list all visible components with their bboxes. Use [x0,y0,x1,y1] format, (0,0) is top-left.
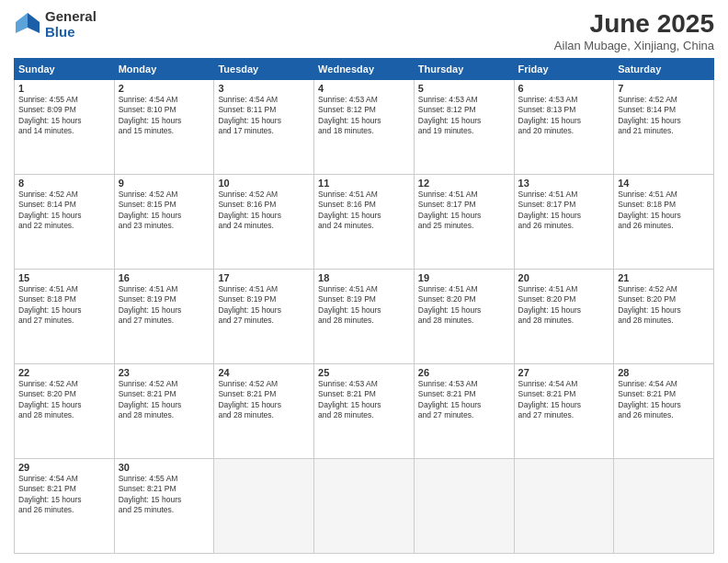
cell-info: Sunrise: 4:51 AMSunset: 8:18 PMDaylight:… [618,190,710,232]
day-cell-2: 2Sunrise: 4:54 AMSunset: 8:10 PMDaylight… [114,80,214,175]
header-thursday: Thursday [414,59,514,80]
day-cell-27: 27Sunrise: 4:54 AMSunset: 8:21 PMDayligh… [514,364,614,459]
day-cell-15: 15Sunrise: 4:51 AMSunset: 8:18 PMDayligh… [15,270,115,364]
logo-icon [14,11,41,39]
day-number: 15 [18,272,110,283]
day-cell-11: 11Sunrise: 4:51 AMSunset: 8:16 PMDayligh… [314,175,415,270]
calendar-table: Sunday Monday Tuesday Wednesday Thursday… [14,58,714,554]
day-cell-18: 18Sunrise: 4:51 AMSunset: 8:19 PMDayligh… [314,270,415,364]
cell-info: Sunrise: 4:52 AMSunset: 8:20 PMDaylight:… [618,284,710,327]
day-cell-4: 4Sunrise: 4:53 AMSunset: 8:12 PMDaylight… [314,80,415,175]
cell-info: Sunrise: 4:51 AMSunset: 8:17 PMDaylight:… [418,190,510,232]
empty-cell [614,459,714,554]
days-header-row: Sunday Monday Tuesday Wednesday Thursday… [15,59,714,80]
cell-info: Sunrise: 4:54 AMSunset: 8:21 PMDaylight:… [18,474,110,516]
header-sunday: Sunday [15,59,115,80]
cell-info: Sunrise: 4:51 AMSunset: 8:19 PMDaylight:… [318,284,410,327]
day-number: 30 [119,462,210,473]
cell-info: Sunrise: 4:51 AMSunset: 8:19 PMDaylight:… [218,284,310,327]
day-cell-12: 12Sunrise: 4:51 AMSunset: 8:17 PMDayligh… [414,175,514,270]
header-saturday: Saturday [614,59,714,80]
day-cell-1: 1Sunrise: 4:55 AMSunset: 8:09 PMDaylight… [15,80,115,175]
logo: General Blue [14,9,97,40]
day-number: 22 [18,367,110,378]
day-number: 5 [418,83,510,94]
cell-info: Sunrise: 4:55 AMSunset: 8:21 PMDaylight:… [119,474,210,516]
day-number: 3 [218,83,310,94]
cell-info: Sunrise: 4:53 AMSunset: 8:12 PMDaylight:… [318,95,410,137]
day-number: 6 [518,83,610,94]
cell-info: Sunrise: 4:53 AMSunset: 8:13 PMDaylight:… [518,95,610,137]
logo-general: General [45,9,97,25]
day-number: 18 [318,272,410,283]
day-cell-13: 13Sunrise: 4:51 AMSunset: 8:17 PMDayligh… [514,175,614,270]
day-cell-24: 24Sunrise: 4:52 AMSunset: 8:21 PMDayligh… [214,364,314,459]
day-cell-8: 8Sunrise: 4:52 AMSunset: 8:14 PMDaylight… [15,175,115,270]
calendar-week-row: 29Sunrise: 4:54 AMSunset: 8:21 PMDayligh… [15,459,714,554]
empty-cell [514,459,614,554]
day-number: 4 [318,83,410,94]
day-cell-29: 29Sunrise: 4:54 AMSunset: 8:21 PMDayligh… [15,459,115,554]
header-wednesday: Wednesday [314,59,415,80]
day-number: 10 [218,178,310,189]
header-friday: Friday [514,59,614,80]
cell-info: Sunrise: 4:52 AMSunset: 8:14 PMDaylight:… [18,190,110,232]
day-number: 1 [18,83,110,94]
cell-info: Sunrise: 4:51 AMSunset: 8:18 PMDaylight:… [18,284,110,327]
day-number: 20 [518,272,610,283]
cell-info: Sunrise: 4:55 AMSunset: 8:09 PMDaylight:… [18,95,110,137]
cell-info: Sunrise: 4:51 AMSunset: 8:20 PMDaylight:… [518,284,610,327]
cell-info: Sunrise: 4:52 AMSunset: 8:21 PMDaylight:… [218,379,310,421]
cell-info: Sunrise: 4:54 AMSunset: 8:21 PMDaylight:… [618,379,710,421]
day-number: 9 [119,178,210,189]
cell-info: Sunrise: 4:54 AMSunset: 8:11 PMDaylight:… [218,95,310,137]
day-cell-23: 23Sunrise: 4:52 AMSunset: 8:21 PMDayligh… [114,364,214,459]
day-number: 2 [119,83,210,94]
day-cell-22: 22Sunrise: 4:52 AMSunset: 8:20 PMDayligh… [15,364,115,459]
day-number: 17 [218,272,310,283]
empty-cell [414,459,514,554]
location-subtitle: Ailan Mubage, Xinjiang, China [554,39,714,52]
day-number: 26 [418,367,510,378]
calendar-week-row: 15Sunrise: 4:51 AMSunset: 8:18 PMDayligh… [15,270,714,364]
cell-info: Sunrise: 4:52 AMSunset: 8:21 PMDaylight:… [119,379,210,421]
calendar-week-row: 8Sunrise: 4:52 AMSunset: 8:14 PMDaylight… [15,175,714,270]
header-monday: Monday [114,59,214,80]
cell-info: Sunrise: 4:51 AMSunset: 8:20 PMDaylight:… [418,284,510,327]
day-cell-14: 14Sunrise: 4:51 AMSunset: 8:18 PMDayligh… [614,175,714,270]
day-number: 25 [318,367,410,378]
cell-info: Sunrise: 4:53 AMSunset: 8:12 PMDaylight:… [418,95,510,137]
cell-info: Sunrise: 4:54 AMSunset: 8:10 PMDaylight:… [119,95,210,137]
cell-info: Sunrise: 4:53 AMSunset: 8:21 PMDaylight:… [418,379,510,421]
day-cell-5: 5Sunrise: 4:53 AMSunset: 8:12 PMDaylight… [414,80,514,175]
cell-info: Sunrise: 4:52 AMSunset: 8:16 PMDaylight:… [218,190,310,232]
logo-text: General Blue [45,9,97,40]
header-tuesday: Tuesday [214,59,314,80]
day-cell-7: 7Sunrise: 4:52 AMSunset: 8:14 PMDaylight… [614,80,714,175]
day-cell-20: 20Sunrise: 4:51 AMSunset: 8:20 PMDayligh… [514,270,614,364]
day-cell-10: 10Sunrise: 4:52 AMSunset: 8:16 PMDayligh… [214,175,314,270]
cell-info: Sunrise: 4:51 AMSunset: 8:17 PMDaylight:… [518,190,610,232]
cell-info: Sunrise: 4:51 AMSunset: 8:19 PMDaylight:… [119,284,210,327]
cell-info: Sunrise: 4:53 AMSunset: 8:21 PMDaylight:… [318,379,410,421]
day-cell-30: 30Sunrise: 4:55 AMSunset: 8:21 PMDayligh… [114,459,214,554]
day-cell-19: 19Sunrise: 4:51 AMSunset: 8:20 PMDayligh… [414,270,514,364]
day-cell-25: 25Sunrise: 4:53 AMSunset: 8:21 PMDayligh… [314,364,415,459]
month-title: June 2025 [554,9,714,39]
day-number: 8 [18,178,110,189]
day-cell-28: 28Sunrise: 4:54 AMSunset: 8:21 PMDayligh… [614,364,714,459]
cell-info: Sunrise: 4:52 AMSunset: 8:20 PMDaylight:… [18,379,110,421]
day-cell-6: 6Sunrise: 4:53 AMSunset: 8:13 PMDaylight… [514,80,614,175]
day-number: 13 [518,178,610,189]
day-number: 29 [18,462,110,473]
day-number: 23 [119,367,210,378]
cell-info: Sunrise: 4:52 AMSunset: 8:15 PMDaylight:… [119,190,210,232]
logo-blue: Blue [45,25,97,40]
day-cell-21: 21Sunrise: 4:52 AMSunset: 8:20 PMDayligh… [614,270,714,364]
day-number: 12 [418,178,510,189]
cell-info: Sunrise: 4:54 AMSunset: 8:21 PMDaylight:… [518,379,610,421]
cell-info: Sunrise: 4:52 AMSunset: 8:14 PMDaylight:… [618,95,710,137]
calendar-week-row: 1Sunrise: 4:55 AMSunset: 8:09 PMDaylight… [15,80,714,175]
header: General Blue June 2025 Ailan Mubage, Xin… [14,9,714,52]
day-number: 11 [318,178,410,189]
